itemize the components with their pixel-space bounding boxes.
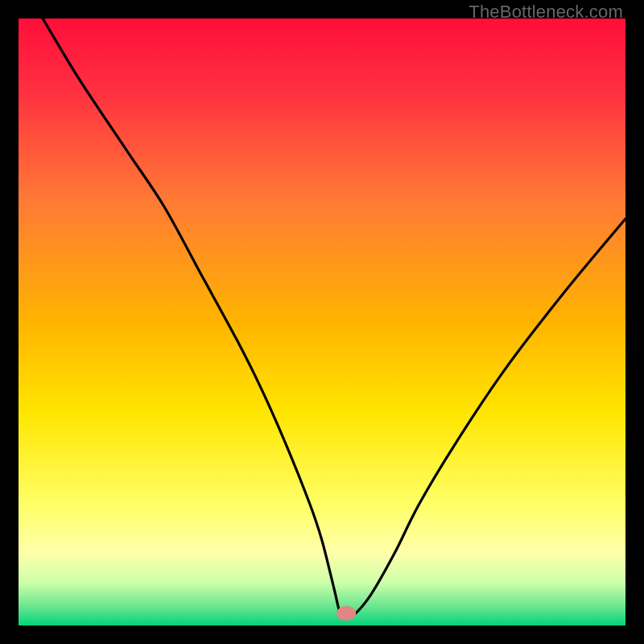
chart-plot (19, 19, 625, 625)
gradient-background (19, 19, 625, 625)
minimum-marker (336, 606, 356, 621)
chart-frame (19, 19, 625, 625)
